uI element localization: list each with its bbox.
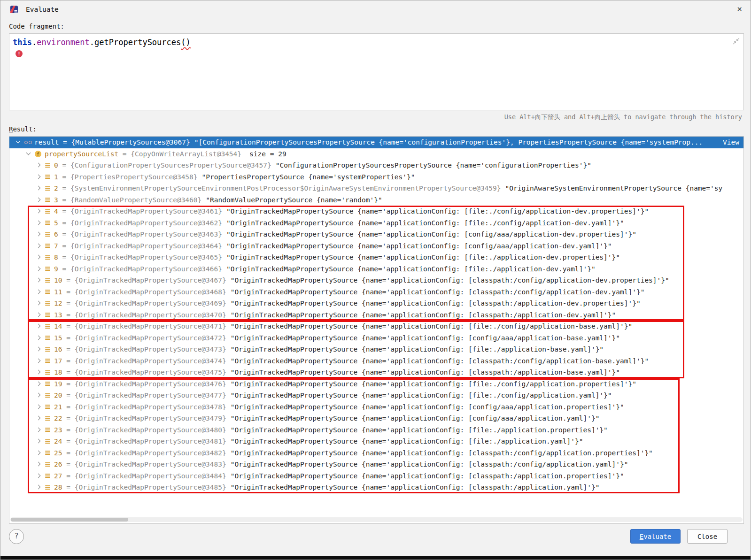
list-element-icon [45,473,51,479]
tree-row[interactable]: 17 = {OriginTrackedMapPropertySource@347… [9,355,743,367]
tree-row[interactable]: 15 = {OriginTrackedMapPropertySource@347… [9,332,743,344]
list-element-icon [45,323,51,330]
tree-row[interactable]: 0 = {ConfigurationPropertySourcesPropert… [9,160,743,171]
tree-row[interactable]: 6 = {OriginTrackedMapPropertySource@3463… [9,229,743,240]
chevron-right-icon[interactable] [35,300,42,307]
item-index: 21 [54,403,62,411]
chevron-right-icon[interactable] [35,335,42,341]
chevron-right-icon[interactable] [35,450,42,456]
equals: = [62,288,74,296]
chevron-right-icon[interactable] [35,473,42,479]
list-element-icon [45,231,51,238]
chevron-right-icon[interactable] [35,346,42,353]
item-ref: {OriginTrackedMapPropertySource@3474} [75,357,226,365]
chevron-right-icon[interactable] [35,438,42,445]
chevron-right-icon[interactable] [35,404,42,410]
chevron-right-icon[interactable] [35,392,42,399]
code-fragment-editor[interactable]: this.environment.getPropertySources() ! [9,33,744,110]
tree-row[interactable]: 27 = {OriginTrackedMapPropertySource@348… [9,470,743,482]
chevron-right-icon[interactable] [35,323,42,330]
item-value: "ConfigurationPropertySourcesPropertySou… [276,161,591,169]
chevron-right-icon[interactable] [35,243,42,249]
chevron-right-icon[interactable] [35,415,42,422]
tree-row[interactable]: 9 = {OriginTrackedMapPropertySource@3466… [9,263,743,275]
item-ref: {OriginTrackedMapPropertySource@3473} [75,345,226,353]
tree-row[interactable]: 16 = {OriginTrackedMapPropertySource@347… [9,344,743,355]
history-hint: Use Alt+向下箭头 and Alt+向上箭头 to navigate th… [504,113,742,122]
chevron-right-icon[interactable] [35,162,42,169]
chevron-right-icon[interactable] [35,369,42,376]
item-value: "OriginAwareSystemEnvironmentPropertySou… [505,184,723,192]
close-window-icon[interactable]: × [737,4,742,14]
tree-row[interactable]: 19 = {OriginTrackedMapPropertySource@347… [9,378,743,390]
chevron-right-icon[interactable] [35,277,42,284]
chevron-right-icon[interactable] [35,427,42,433]
item-value: "OriginTrackedMapPropertySource {name='a… [231,299,641,307]
result-label-rest: esult: [13,125,37,133]
tree-row[interactable]: 18 = {OriginTrackedMapPropertySource@347… [9,367,743,378]
tree-row[interactable]: 23 = {OriginTrackedMapPropertySource@348… [9,424,743,436]
tree-row[interactable]: 3 = {RandomValuePropertySource@3460} "Ra… [9,194,743,206]
tree-row[interactable]: 8 = {OriginTrackedMapPropertySource@3465… [9,252,743,263]
chevron-right-icon[interactable] [35,220,42,226]
chevron-right-icon[interactable] [35,266,42,272]
tree-row[interactable]: 26 = {OriginTrackedMapPropertySource@348… [9,459,743,470]
chevron-right-icon[interactable] [35,174,42,180]
help-button[interactable]: ? [9,529,24,544]
tree-row[interactable]: 20 = {OriginTrackedMapPropertySource@347… [9,390,743,401]
equals: = [62,472,74,480]
chevron-right-icon[interactable] [35,312,42,318]
evaluate-button[interactable]: Evaluate [630,529,681,544]
tree-row[interactable]: 4 = {OriginTrackedMapPropertySource@3461… [9,206,743,217]
chevron-down-icon[interactable] [25,151,32,157]
close-button[interactable]: Close [687,529,728,544]
chevron-right-icon[interactable] [35,254,42,261]
chevron-right-icon[interactable] [35,289,42,295]
chevron-right-icon[interactable] [35,381,42,387]
tree-row[interactable]: 22 = {OriginTrackedMapPropertySource@347… [9,413,743,424]
tree-row[interactable]: 24 = {OriginTrackedMapPropertySource@348… [9,436,743,447]
chevron-right-icon[interactable] [35,461,42,468]
item-ref: {OriginTrackedMapPropertySource@3484} [75,472,226,480]
tree-row[interactable]: 14 = {OriginTrackedMapPropertySource@347… [9,321,743,332]
chevron-right-icon[interactable] [35,231,42,238]
tree-row[interactable]: 13 = {OriginTrackedMapPropertySource@347… [9,309,743,321]
chevron-right-icon[interactable] [35,358,42,364]
tree-row[interactable]: 1 = {PropertiesPropertySource@3458} "Pro… [9,171,743,183]
chevron-right-icon[interactable] [35,208,42,215]
tree-row-result[interactable]: result = {MutablePropertySources@3067} "… [9,137,743,148]
item-value: "OriginTrackedMapPropertySource {name='a… [231,437,583,445]
item-ref: {OriginTrackedMapPropertySource@3466} [70,265,222,273]
list-element-icon [45,461,51,468]
chevron-right-icon[interactable] [35,484,42,491]
chevron-right-icon[interactable] [35,185,42,192]
tree-row[interactable]: 2 = {SystemEnvironmentPropertySourceEnvi… [9,183,743,194]
list-element-icon [45,415,51,422]
horizontal-scrollbar[interactable] [10,517,743,522]
list-element-icon [45,450,51,456]
chevron-down-icon[interactable] [15,139,22,146]
item-index: 14 [54,322,62,330]
collapse-editor-icon[interactable] [733,38,740,45]
code-token-plain: . [32,38,37,47]
tree-row[interactable]: 11 = {OriginTrackedMapPropertySource@346… [9,286,743,298]
list-element-icon [45,277,51,284]
chevron-right-icon[interactable] [35,197,42,203]
equals: = [62,334,74,342]
item-value: "OriginTrackedMapPropertySource {name='a… [231,334,620,342]
view-link[interactable]: View [723,138,739,146]
tree-row[interactable]: 21 = {OriginTrackedMapPropertySource@347… [9,401,743,413]
tree-row[interactable]: 10 = {OriginTrackedMapPropertySource@346… [9,275,743,286]
tree-row[interactable]: 25 = {OriginTrackedMapPropertySource@348… [9,447,743,459]
tree-row[interactable]: 5 = {OriginTrackedMapPropertySource@3462… [9,217,743,229]
list-element-icon [45,254,51,261]
tree-row[interactable]: 12 = {OriginTrackedMapPropertySource@346… [9,298,743,309]
tree-row-property-source-list[interactable]: f propertySourceList = {CopyOnWriteArray… [9,148,743,160]
list-element-icon [45,381,51,387]
result-name: result [34,138,59,146]
tree-row[interactable]: 28 = {OriginTrackedMapPropertySource@348… [9,482,743,493]
item-ref: {OriginTrackedMapPropertySource@3476} [75,380,226,388]
tree-row[interactable]: 7 = {OriginTrackedMapPropertySource@3464… [9,240,743,252]
item-ref: {OriginTrackedMapPropertySource@3469} [75,299,226,307]
scrollbar-thumb[interactable] [11,518,128,522]
